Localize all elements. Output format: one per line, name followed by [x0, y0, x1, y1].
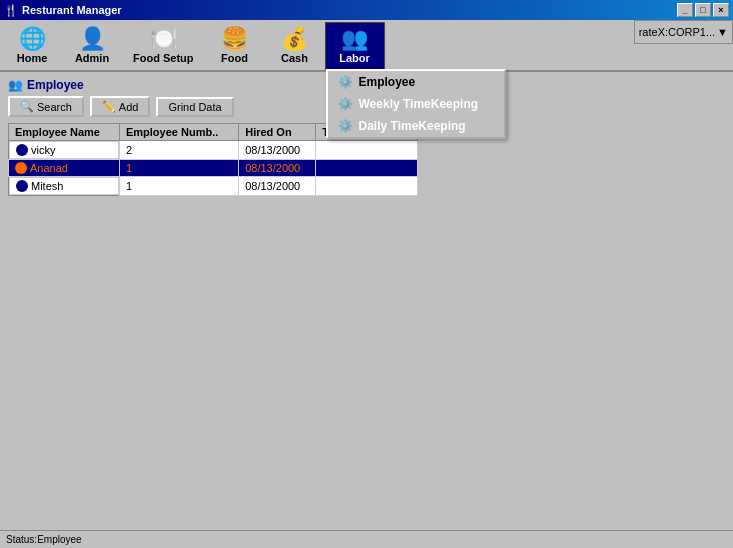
cell-name-0: vicky — [9, 141, 119, 159]
food-setup-icon: 🍽️ — [150, 28, 177, 50]
row-icon-1 — [15, 162, 27, 174]
nav-label-food-setup: Food Setup — [133, 52, 194, 64]
labor-dropdown-menu: ⚙️ Employee ⚙️ Weekly TimeKeeping ⚙️ Dai… — [326, 69, 506, 139]
search-icon: 🔍 — [20, 100, 34, 113]
admin-icon: 👤 — [79, 28, 106, 50]
weekly-tk-icon: ⚙️ — [338, 97, 353, 111]
table-row[interactable]: Ananad 1 08/13/2000 — [9, 160, 418, 177]
table-row[interactable]: vicky 2 08/13/2000 — [9, 141, 418, 160]
nav-label-cash: Cash — [281, 52, 308, 64]
col-employee-number: Employee Numb.. — [119, 124, 238, 141]
window-title: Resturant Manager — [22, 4, 122, 16]
nav-label-admin: Admin — [75, 52, 109, 64]
main-wrapper: 🌐 Home 👤 Admin 🍽️ Food Setup 🍔 Food 💰 Ca… — [0, 20, 733, 72]
corp-label: rateX:CORP1... — [639, 26, 715, 38]
search-label: Search — [37, 101, 72, 113]
nav-label-home: Home — [17, 52, 48, 64]
corp-dropdown-arrow[interactable]: ▼ — [717, 26, 728, 38]
status-text: Status:Employee — [6, 534, 82, 545]
food-icon: 🍔 — [221, 28, 248, 50]
name-value-1: Ananad — [30, 162, 68, 174]
corp-selector-container[interactable]: rateX:CORP1... ▼ — [634, 20, 733, 44]
add-label: Add — [119, 101, 139, 113]
name-value-0: vicky — [31, 144, 55, 156]
nav-label-food: Food — [221, 52, 248, 64]
cell-hired-2: 08/13/2000 — [239, 177, 316, 196]
weekly-tk-label: Weekly TimeKeeping — [359, 97, 479, 111]
add-icon: ✏️ — [102, 100, 116, 113]
add-button[interactable]: ✏️ Add — [90, 96, 151, 117]
section-icon: 👥 — [8, 78, 23, 92]
cell-hired-1: 08/13/2000 — [239, 160, 316, 177]
col-hired-on: Hired On — [239, 124, 316, 141]
nav-item-labor[interactable]: 👥 Labor ⚙️ Employee ⚙️ Weekly TimeKeepin… — [325, 22, 385, 70]
grind-data-button[interactable]: Grind Data — [156, 97, 233, 117]
cell-terminated-2 — [316, 177, 418, 196]
cell-terminated-1 — [316, 160, 418, 177]
col-employee-name: Employee Name — [9, 124, 120, 141]
title-bar-left: 🍴 Resturant Manager — [4, 4, 122, 17]
dropdown-item-weekly-timekeeping[interactable]: ⚙️ Weekly TimeKeeping — [328, 93, 504, 115]
cell-hired-0: 08/13/2000 — [239, 141, 316, 160]
title-bar-controls[interactable]: _ □ × — [677, 3, 729, 17]
cell-number-1: 1 — [119, 160, 238, 177]
section-title: Employee — [27, 78, 84, 92]
cell-number-0: 2 — [119, 141, 238, 160]
nav-item-home[interactable]: 🌐 Home — [2, 22, 62, 70]
daily-tk-icon: ⚙️ — [338, 119, 353, 133]
table-body: vicky 2 08/13/2000 Ananad 1 08/13/2000 — [9, 141, 418, 196]
nav-item-cash[interactable]: 💰 Cash — [265, 22, 325, 70]
employee-menu-icon: ⚙️ — [338, 75, 353, 89]
labor-icon: 👥 — [341, 28, 368, 50]
cash-icon: 💰 — [281, 28, 308, 50]
cell-terminated-0 — [316, 141, 418, 160]
nav-item-admin[interactable]: 👤 Admin — [62, 22, 122, 70]
employee-menu-label: Employee — [359, 75, 416, 89]
cell-name-2: Mitesh — [9, 177, 119, 195]
table-row[interactable]: Mitesh 1 08/13/2000 — [9, 177, 418, 196]
title-bar: 🍴 Resturant Manager _ □ × — [0, 0, 733, 20]
dropdown-item-employee[interactable]: ⚙️ Employee — [328, 71, 504, 93]
minimize-button[interactable]: _ — [677, 3, 693, 17]
cell-name-1: Ananad — [9, 160, 120, 177]
nav-label-labor: Labor — [339, 52, 370, 64]
cell-number-2: 1 — [119, 177, 238, 196]
close-button[interactable]: × — [713, 3, 729, 17]
name-value-2: Mitesh — [31, 180, 63, 192]
nav-item-food-setup[interactable]: 🍽️ Food Setup — [122, 22, 205, 70]
nav-bar: 🌐 Home 👤 Admin 🍽️ Food Setup 🍔 Food 💰 Ca… — [0, 20, 733, 72]
search-button[interactable]: 🔍 Search — [8, 96, 84, 117]
row-icon-0 — [16, 144, 28, 156]
dropdown-item-daily-timekeeping[interactable]: ⚙️ Daily TimeKeeping — [328, 115, 504, 137]
status-bar: Status:Employee — [0, 530, 733, 548]
app-icon: 🍴 — [4, 4, 18, 17]
row-icon-2 — [16, 180, 28, 192]
maximize-button[interactable]: □ — [695, 3, 711, 17]
nav-item-food[interactable]: 🍔 Food — [205, 22, 265, 70]
home-icon: 🌐 — [19, 28, 46, 50]
grind-data-label: Grind Data — [168, 101, 221, 113]
daily-tk-label: Daily TimeKeeping — [359, 119, 466, 133]
